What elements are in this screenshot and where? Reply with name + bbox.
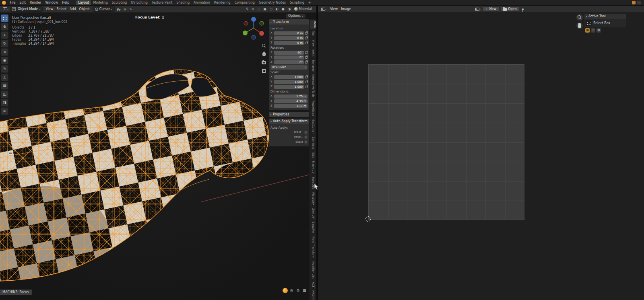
workspace-tab-geometry-nodes[interactable]: Geometry Nodes: [257, 0, 288, 5]
value-field[interactable]: 0 m: [274, 36, 304, 40]
npanel-tab-tool[interactable]: Tool: [311, 30, 314, 38]
open-image-button[interactable]: Open: [500, 6, 519, 12]
lock-icon[interactable]: [305, 81, 308, 83]
auto-apply-panel-header[interactable]: Auto Apply Transform: [269, 119, 309, 124]
value-field[interactable]: 1.000: [274, 80, 304, 84]
zoom-icon[interactable]: [261, 43, 267, 49]
checkbox[interactable]: [304, 136, 308, 139]
transform-panel-header[interactable]: Transform: [269, 19, 309, 25]
ortho-grid-icon[interactable]: [261, 68, 267, 74]
extra-tool-c[interactable]: ⊞: [1, 107, 8, 115]
new-image-button[interactable]: New: [483, 6, 499, 12]
blender-logo-icon[interactable]: [2, 1, 6, 5]
lock-icon[interactable]: [305, 51, 308, 54]
image-browse-dropdown[interactable]: [475, 7, 481, 11]
measure-tool[interactable]: ∠: [1, 74, 8, 81]
neg-y-axis-ball[interactable]: [260, 21, 264, 25]
npanel-tab-interactive-tools[interactable]: Interactive Tools: [311, 73, 314, 99]
checkbox[interactable]: [304, 131, 308, 134]
3d-viewport[interactable]: ⊕+↻⇲◉✎∠▦◫◨⊞ User Perspective (Local) (1)…: [0, 13, 316, 300]
npanel-tab-rizomuv[interactable]: RizomUV: [311, 160, 314, 175]
workspace-tab-animation[interactable]: Animation: [192, 0, 212, 5]
uv-editor-type-button[interactable]: [320, 7, 327, 11]
value-field[interactable]: 1.75 m: [274, 95, 308, 99]
shading-solid-icon[interactable]: ◐: [275, 7, 279, 11]
menu-window[interactable]: Window: [43, 1, 60, 5]
workspace-tab-texture-paint[interactable]: Texture Paint: [150, 0, 175, 5]
value-field[interactable]: 1.000: [274, 75, 304, 79]
value-field[interactable]: 0°: [274, 55, 304, 60]
select-new-icon[interactable]: ▦: [585, 28, 590, 33]
orange-sphere-icon[interactable]: [283, 288, 288, 293]
npanel-tab-item[interactable]: Item: [310, 20, 316, 29]
lock-icon[interactable]: [305, 86, 308, 88]
viewport-menu-object[interactable]: Object: [78, 7, 91, 11]
transform-tool[interactable]: ◉: [1, 57, 8, 64]
move-tool[interactable]: +: [1, 31, 8, 39]
menu-edit[interactable]: Edit: [17, 1, 28, 5]
value-field[interactable]: 4.39 m: [274, 99, 308, 103]
uv-editor-canvas[interactable]: Active Tool Select Box ▦◫▤: [318, 13, 644, 300]
neg-z-axis-ball[interactable]: [252, 35, 256, 39]
proportional-editing-icon[interactable]: ◎: [123, 7, 127, 11]
npanel-tab-act[interactable]: ACT: [311, 281, 314, 289]
add-cube-tool[interactable]: ▦: [1, 82, 8, 90]
npanel-tab-plasticity[interactable]: Plasticity: [311, 191, 314, 206]
shading-material-icon[interactable]: ●: [281, 7, 285, 11]
rotation-mode-dropdown[interactable]: XYZ Euler: [270, 65, 308, 70]
select-subtract-icon[interactable]: ▤: [597, 28, 601, 33]
value-field[interactable]: 0°: [274, 60, 304, 64]
snapping-button[interactable]: [116, 7, 122, 11]
viewport-menu-view[interactable]: View: [44, 7, 55, 11]
cursor-tool[interactable]: ⊕: [1, 23, 8, 31]
workspace-tab-scripting[interactable]: Scripting: [288, 0, 306, 5]
annotate-tool[interactable]: ✎: [1, 65, 8, 73]
shading-rendered-icon[interactable]: ◑: [287, 7, 291, 11]
gizmo-toggle-icon[interactable]: ⊕: [251, 7, 255, 11]
add-workspace-button[interactable]: +: [306, 1, 313, 5]
pan-hand-icon[interactable]: [576, 23, 583, 29]
npanel-tab-modifier-list[interactable]: Modifier List: [311, 260, 314, 280]
workspace-tab-compositing[interactable]: Compositing: [233, 0, 257, 5]
zoom-icon[interactable]: [576, 14, 583, 21]
z-axis-ball[interactable]: [251, 17, 256, 22]
workspace-tab-sculpting[interactable]: Sculpting: [110, 0, 129, 5]
value-field[interactable]: 0 m: [274, 31, 304, 35]
options-dropdown[interactable]: Options: [286, 14, 305, 18]
npanel-tab-edit[interactable]: Edit: [311, 151, 314, 159]
viewport-menu-select[interactable]: Select: [55, 7, 68, 11]
npanel-tab-bagapie[interactable]: BagaPie: [311, 220, 314, 234]
active-tool-header[interactable]: Active Tool: [584, 14, 626, 19]
npanel-tab-zen-uv[interactable]: Zen UV: [311, 207, 314, 220]
rotate-tool[interactable]: ↻: [1, 40, 8, 47]
lock-icon[interactable]: [305, 42, 308, 44]
filter-icon[interactable]: ∇: [245, 7, 249, 11]
npanel-tab-zen-sets[interactable]: Zen Sets: [311, 136, 314, 150]
camera-view-icon[interactable]: [261, 60, 267, 66]
lock-icon[interactable]: [305, 76, 308, 78]
scene-icon[interactable]: [632, 1, 636, 4]
falloff-icon[interactable]: ∿: [128, 7, 133, 11]
workspace-tab-modeling[interactable]: Modeling: [91, 0, 109, 5]
pan-hand-icon[interactable]: [261, 51, 267, 57]
lock-icon[interactable]: [305, 61, 308, 64]
grid-icon[interactable]: ▦: [302, 288, 307, 293]
npanel-tab-boxcutter[interactable]: BoxCutter: [311, 118, 314, 135]
pin-icon[interactable]: [522, 8, 524, 10]
editor-type-button[interactable]: [2, 7, 9, 11]
extra-tool-a[interactable]: ◫: [1, 90, 8, 98]
uv-grid[interactable]: [368, 64, 524, 220]
shading-wireframe-icon[interactable]: ○: [269, 7, 273, 11]
view-layer-icon[interactable]: [637, 1, 641, 4]
2d-cursor[interactable]: [365, 216, 371, 222]
lock-icon[interactable]: [305, 32, 308, 35]
value-field[interactable]: 1.17 m: [274, 104, 308, 108]
workspace-tab-rendering[interactable]: Rendering: [212, 0, 233, 5]
orientation-dropdown[interactable]: Cursor: [93, 6, 115, 12]
overlays-toggle-icon[interactable]: ◌: [256, 7, 261, 11]
workspace-tab-layout[interactable]: Layout: [76, 0, 91, 5]
checkbox[interactable]: [304, 140, 308, 144]
lock-icon[interactable]: [305, 37, 308, 39]
npanel-tab-kekit[interactable]: keKit: [311, 48, 314, 58]
select-box-tool[interactable]: [1, 14, 8, 22]
